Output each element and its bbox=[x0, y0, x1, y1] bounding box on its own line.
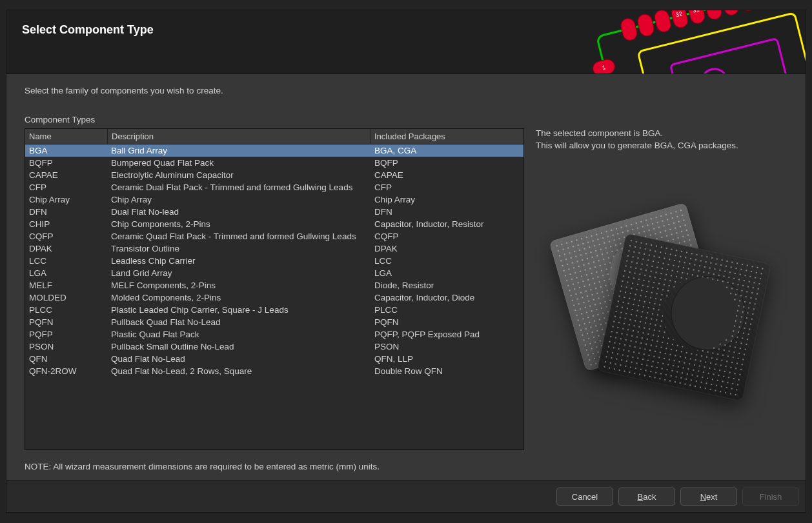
table-row[interactable]: DPAKTransistor OutlineDPAK bbox=[25, 242, 523, 255]
intro-text: Select the family of components you wish… bbox=[25, 86, 787, 95]
cell-description: Plastic Leaded Chip Carrier, Square - J … bbox=[107, 304, 370, 316]
cell-packages: CFP bbox=[370, 181, 523, 193]
info-line-1: The selected component is BGA. bbox=[536, 128, 787, 138]
table-row[interactable]: PSONPullback Small Outline No-LeadPSON bbox=[25, 340, 523, 353]
cell-description: Molded Components, 2-Pins bbox=[107, 291, 370, 304]
back-button-mnemonic: B bbox=[638, 492, 644, 502]
cell-name: BGA bbox=[25, 144, 107, 157]
cell-packages: BGA, CGA bbox=[370, 144, 523, 157]
info-panel: The selected component is BGA. This will… bbox=[524, 128, 787, 450]
cell-packages: LCC bbox=[370, 255, 523, 267]
table-row[interactable]: Chip ArrayChip ArrayChip Array bbox=[25, 193, 523, 206]
svg-text:1: 1 bbox=[602, 64, 606, 71]
finish-button[interactable]: Finish bbox=[742, 488, 799, 506]
cell-packages: PLCC bbox=[370, 304, 523, 316]
dialog-body: Select the family of components you wish… bbox=[6, 74, 806, 480]
note-text: NOTE: All wizard measurement dimensions … bbox=[25, 462, 787, 471]
svg-rect-15 bbox=[591, 58, 616, 74]
cell-description: Ceramic Dual Flat Pack - Trimmed and for… bbox=[107, 181, 370, 193]
cell-name: PLCC bbox=[25, 304, 107, 316]
next-button-rest: ext bbox=[706, 492, 717, 502]
component-type-wizard-dialog: Select Component Type bbox=[6, 10, 806, 513]
table-section-label: Component Types bbox=[25, 115, 787, 124]
table-row[interactable]: QFNQuad Flat No-LeadQFN, LLP bbox=[25, 353, 523, 365]
cell-packages: PQFN bbox=[370, 316, 523, 328]
cell-description: MELF Components, 2-Pins bbox=[107, 279, 370, 291]
table-row[interactable]: MOLDEDMolded Components, 2-PinsCapacitor… bbox=[25, 291, 523, 304]
dialog-footer: Cancel Back Next Finish bbox=[6, 480, 806, 512]
cell-name: CAPAE bbox=[25, 169, 107, 181]
table-row[interactable]: BQFPBumpered Quad Flat PackBQFP bbox=[25, 157, 523, 169]
dialog-header: Select Component Type bbox=[6, 10, 806, 74]
cell-name: MOLDED bbox=[25, 291, 107, 304]
info-text: The selected component is BGA. This will… bbox=[536, 128, 787, 153]
table-header-description[interactable]: Description bbox=[108, 129, 370, 144]
table-row[interactable]: CAPAEElectrolytic Aluminum CapacitorCAPA… bbox=[25, 169, 523, 181]
cell-packages: DPAK bbox=[370, 242, 523, 255]
cell-name: QFN bbox=[25, 353, 107, 365]
table-header-packages[interactable]: Included Packages bbox=[370, 129, 523, 144]
table-row[interactable]: PLCCPlastic Leaded Chip Carrier, Square … bbox=[25, 304, 523, 316]
table-row[interactable]: BGABall Grid ArrayBGA, CGA bbox=[25, 144, 523, 157]
bga-chip-illustration bbox=[558, 212, 765, 392]
table-row[interactable]: CHIPChip Components, 2-PinsCapacitor, In… bbox=[25, 218, 523, 230]
info-line-2: This will allow you to generate BGA, CGA… bbox=[536, 141, 787, 150]
cell-name: QFN-2ROW bbox=[25, 365, 107, 377]
cell-packages: DFN bbox=[370, 206, 523, 218]
back-button[interactable]: Back bbox=[618, 488, 675, 506]
table-row[interactable]: DFNDual Flat No-leadDFN bbox=[25, 206, 523, 218]
cell-description: Pullback Small Outline No-Lead bbox=[107, 340, 370, 353]
cell-description: Electrolytic Aluminum Capacitor bbox=[107, 169, 370, 181]
cell-description: Ball Grid Array bbox=[107, 144, 370, 157]
cell-description: Land Grid Array bbox=[107, 267, 370, 279]
table-row[interactable]: PQFNPullback Quad Flat No-LeadPQFN bbox=[25, 316, 523, 328]
cell-description: Leadless Chip Carrier bbox=[107, 255, 370, 267]
cell-packages: Capacitor, Inductor, Diode bbox=[370, 291, 523, 304]
cell-description: Quad Flat No-Lead bbox=[107, 353, 370, 365]
cell-name: PSON bbox=[25, 340, 107, 353]
cell-name: LCC bbox=[25, 255, 107, 267]
table-row[interactable]: LCCLeadless Chip CarrierLCC bbox=[25, 255, 523, 267]
cell-name: CFP bbox=[25, 181, 107, 193]
cell-name: PQFN bbox=[25, 316, 107, 328]
table-header-name[interactable]: Name bbox=[25, 129, 108, 144]
cell-name: DFN bbox=[25, 206, 107, 218]
info-image-wrap bbox=[536, 153, 787, 450]
cell-name: MELF bbox=[25, 279, 107, 291]
cell-name: CHIP bbox=[25, 218, 107, 230]
cell-description: Plastic Quad Flat Pack bbox=[107, 328, 370, 340]
table-row[interactable]: CFPCeramic Dual Flat Pack - Trimmed and … bbox=[25, 181, 523, 193]
cell-packages: Diode, Resistor bbox=[370, 279, 523, 291]
next-button-mnemonic: N bbox=[700, 492, 706, 502]
cell-name: Chip Array bbox=[25, 193, 107, 206]
cell-description: Quad Flat No-Lead, 2 Rows, Square bbox=[107, 365, 370, 377]
cell-packages: CAPAE bbox=[370, 169, 523, 181]
cell-description: Bumpered Quad Flat Pack bbox=[107, 157, 370, 169]
cell-name: PQFP bbox=[25, 328, 107, 340]
cell-name: DPAK bbox=[25, 242, 107, 255]
cell-packages: BQFP bbox=[370, 157, 523, 169]
table-row[interactable]: QFN-2ROWQuad Flat No-Lead, 2 Rows, Squar… bbox=[25, 365, 523, 377]
table-body-scroll[interactable]: BGABall Grid ArrayBGA, CGABQFPBumpered Q… bbox=[25, 144, 523, 449]
component-types-table: Name Description Included Packages BGABa… bbox=[25, 128, 524, 450]
dialog-title: Select Component Type bbox=[6, 10, 806, 50]
cell-description: Chip Array bbox=[107, 193, 370, 206]
table-row[interactable]: CQFPCeramic Quad Flat Pack - Trimmed and… bbox=[25, 230, 523, 242]
cancel-button[interactable]: Cancel bbox=[556, 488, 613, 506]
cell-name: BQFP bbox=[25, 157, 107, 169]
table-row[interactable]: MELFMELF Components, 2-PinsDiode, Resist… bbox=[25, 279, 523, 291]
cell-description: Dual Flat No-lead bbox=[107, 206, 370, 218]
back-button-rest: ack bbox=[643, 492, 656, 502]
cell-packages: Double Row QFN bbox=[370, 365, 523, 377]
next-button[interactable]: Next bbox=[680, 488, 737, 506]
cell-description: Pullback Quad Flat No-Lead bbox=[107, 316, 370, 328]
table-row[interactable]: LGALand Grid ArrayLGA bbox=[25, 267, 523, 279]
cell-packages: Capacitor, Inductor, Resistor bbox=[370, 218, 523, 230]
cell-name: CQFP bbox=[25, 230, 107, 242]
cell-description: Chip Components, 2-Pins bbox=[107, 218, 370, 230]
table-header-row: Name Description Included Packages bbox=[25, 129, 523, 144]
table-row[interactable]: PQFPPlastic Quad Flat PackPQFP, PQFP Exp… bbox=[25, 328, 523, 340]
cell-description: Ceramic Quad Flat Pack - Trimmed and for… bbox=[107, 230, 370, 242]
cell-packages: LGA bbox=[370, 267, 523, 279]
svg-point-3 bbox=[699, 66, 730, 74]
